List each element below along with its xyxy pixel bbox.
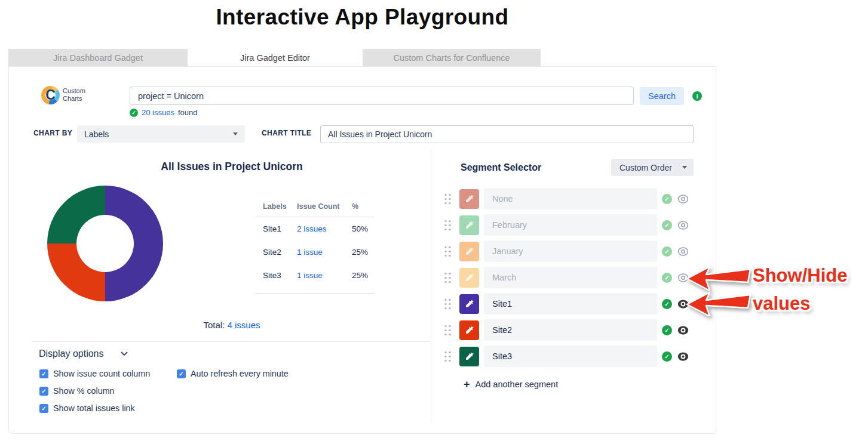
- drag-handle-icon[interactable]: [444, 350, 452, 363]
- segment-name-input[interactable]: [484, 267, 657, 288]
- legend-header-pct: %: [352, 202, 379, 211]
- checkbox-show-total[interactable]: ✓: [39, 404, 48, 413]
- search-results-status: ✓ 20 issues found: [130, 108, 197, 117]
- legend-row: Site1 2 issues 50%: [235, 217, 385, 240]
- issues-found-link[interactable]: 20 issues: [142, 108, 174, 117]
- color-swatch[interactable]: [459, 242, 479, 261]
- option-show-total: ✓ Show total issues link: [39, 403, 135, 413]
- eye-toggle-icon[interactable]: [677, 325, 689, 336]
- segment-row: ✓: [444, 267, 689, 288]
- chart-by-label: CHART BY: [33, 129, 72, 137]
- chart-title-input[interactable]: [320, 125, 694, 143]
- segment-row: ✓: [444, 214, 689, 236]
- segment-row: ✓: [444, 240, 689, 262]
- segment-check-icon[interactable]: ✓: [662, 246, 672, 257]
- option-show-issue-count: ✓ Show issue count column: [39, 369, 150, 378]
- segment-check-icon[interactable]: ✓: [662, 194, 672, 204]
- add-segment-button[interactable]: + Add another segment: [464, 380, 558, 389]
- jql-search-input[interactable]: [130, 87, 634, 105]
- eyedropper-icon: [465, 351, 474, 361]
- segment-name-input[interactable]: [484, 240, 657, 262]
- segment-name-input[interactable]: [484, 319, 657, 341]
- eye-toggle-icon[interactable]: [677, 246, 689, 257]
- drag-handle-icon[interactable]: [444, 298, 452, 310]
- segment-check-icon[interactable]: ✓: [662, 273, 672, 283]
- eye-toggle-icon[interactable]: [677, 193, 689, 205]
- plus-icon: +: [464, 380, 470, 388]
- chevron-down-icon: [682, 166, 687, 169]
- chart-title-label: CHART TITLE: [262, 129, 311, 137]
- success-check-icon: ✓: [130, 109, 138, 117]
- app-playground: Interactive App Playground Jira Dashboar…: [0, 0, 868, 441]
- segment-row: ✓: [444, 293, 689, 314]
- series-percentage: 25%: [352, 271, 379, 280]
- checkbox-show-pct[interactable]: ✓: [39, 387, 48, 396]
- column-divider: [431, 150, 431, 423]
- eyedropper-icon: [465, 325, 474, 335]
- display-options-toggle[interactable]: Display options: [39, 349, 128, 359]
- section-divider: [32, 341, 430, 342]
- annotation-text: Show/Hide values: [753, 261, 847, 317]
- custom-charts-logo-text: Custom Charts: [63, 87, 85, 103]
- eye-toggle-icon[interactable]: [677, 351, 689, 362]
- color-swatch[interactable]: [459, 215, 479, 235]
- chevron-down-icon: [121, 351, 128, 356]
- custom-order-dropdown[interactable]: Custom Order: [611, 159, 694, 176]
- total-issues-link[interactable]: 4 issues: [228, 320, 260, 330]
- color-swatch[interactable]: [459, 320, 479, 340]
- segment-row: ✓: [444, 319, 689, 341]
- total-issues: Total: 4 issues: [45, 320, 419, 330]
- segment-selector-title: Segment Selector: [461, 162, 541, 173]
- issue-count-link[interactable]: 1 issue: [297, 271, 352, 280]
- segment-check-icon[interactable]: ✓: [662, 220, 672, 230]
- segment-check-icon[interactable]: ✓: [662, 351, 672, 362]
- eyedropper-icon: [465, 220, 474, 230]
- issue-count-link[interactable]: 2 issues: [297, 224, 352, 233]
- segment-list: ✓ ✓ ✓: [444, 188, 689, 372]
- series-percentage: 50%: [352, 224, 379, 233]
- option-auto-refresh: ✓ Auto refresh every minute: [177, 369, 289, 378]
- checkbox-auto-refresh[interactable]: ✓: [177, 369, 186, 378]
- drag-handle-icon[interactable]: [444, 272, 452, 284]
- color-swatch[interactable]: [459, 347, 479, 366]
- eyedropper-icon: [465, 246, 474, 256]
- legend-divider: [256, 293, 375, 294]
- eye-toggle-icon[interactable]: [677, 220, 689, 231]
- segment-name-input[interactable]: [484, 188, 657, 209]
- eyedropper-icon: [465, 194, 474, 203]
- tab-custom-charts-confluence[interactable]: Custom Charts for Confluence: [363, 49, 541, 67]
- segment-name-input[interactable]: [484, 346, 657, 367]
- page-title: Interactive App Playground: [8, 5, 716, 30]
- color-swatch[interactable]: [459, 294, 479, 314]
- drag-handle-icon[interactable]: [444, 193, 452, 205]
- annotation-arrow-icon: [686, 290, 752, 316]
- chart-heading: All Issues in Project Unicorn: [45, 161, 419, 173]
- segment-name-input[interactable]: [484, 214, 657, 236]
- chart-by-select[interactable]: Labels: [77, 125, 245, 143]
- legend-row: Site3 1 issue 25%: [235, 264, 385, 287]
- custom-charts-logo: C: [41, 86, 60, 104]
- checkbox-show-issue-count[interactable]: ✓: [39, 369, 48, 378]
- tab-jira-dashboard-gadget[interactable]: Jira Dashboard Gadget: [8, 49, 188, 67]
- color-swatch[interactable]: [459, 189, 479, 209]
- segment-check-icon[interactable]: ✓: [662, 299, 672, 309]
- annotation-arrow-icon: [686, 264, 752, 291]
- search-button[interactable]: Search: [640, 87, 684, 105]
- donut-chart[interactable]: [47, 186, 163, 301]
- tab-jira-gadget-editor[interactable]: Jira Gadget Editor: [188, 49, 363, 67]
- info-icon[interactable]: i: [692, 91, 702, 101]
- segment-check-icon[interactable]: ✓: [662, 325, 672, 335]
- segment-name-input[interactable]: [484, 293, 657, 314]
- segment-row: ✓: [444, 188, 689, 209]
- color-swatch[interactable]: [459, 268, 479, 288]
- legend-row: Site2 1 issue 25%: [235, 240, 385, 264]
- chevron-down-icon: [233, 132, 238, 135]
- drag-handle-icon[interactable]: [444, 324, 452, 337]
- drag-handle-icon[interactable]: [444, 245, 452, 258]
- drag-handle-icon[interactable]: [444, 219, 452, 232]
- tab-bar: Jira Dashboard Gadget Jira Gadget Editor…: [8, 49, 541, 67]
- issue-count-link[interactable]: 1 issue: [297, 248, 352, 257]
- legend-header-labels: Labels: [263, 202, 297, 211]
- segment-row: ✓: [444, 346, 689, 367]
- series-percentage: 25%: [352, 248, 379, 257]
